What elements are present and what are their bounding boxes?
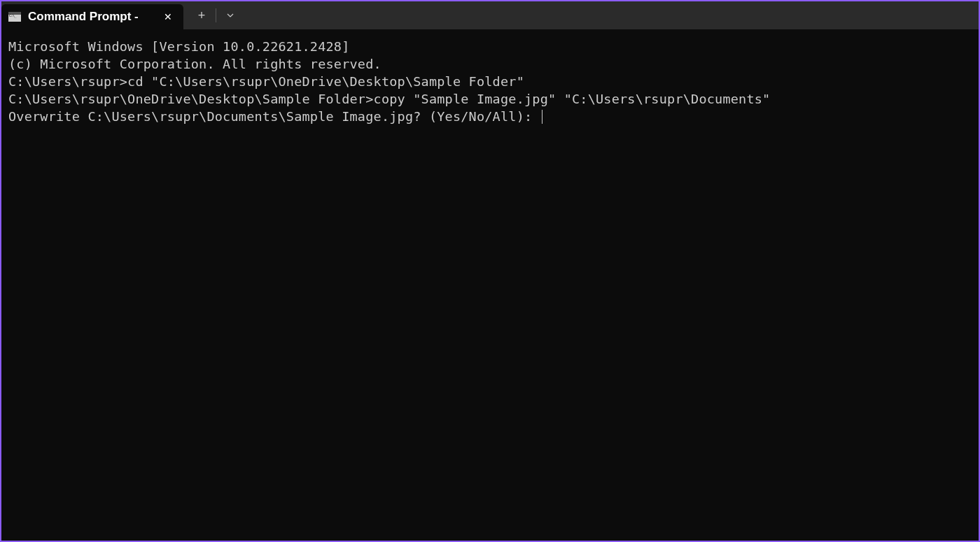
command-prompt-icon: C:\_ xyxy=(8,12,21,22)
close-tab-button[interactable]: ✕ xyxy=(161,10,175,24)
terminal-prompt-text: Overwrite C:\Users\rsupr\Documents\Sampl… xyxy=(8,109,540,124)
tab-command-prompt[interactable]: C:\_ Command Prompt - ✕ xyxy=(1,4,183,29)
terminal-line: C:\Users\rsupr>cd "C:\Users\rsupr\OneDri… xyxy=(8,73,972,90)
titlebar-actions: + xyxy=(183,1,243,29)
terminal-output[interactable]: Microsoft Windows [Version 10.0.22621.24… xyxy=(1,29,979,541)
plus-icon: + xyxy=(198,8,206,23)
tab-dropdown-button[interactable] xyxy=(218,3,243,28)
terminal-window: C:\_ Command Prompt - ✕ + Microsoft Wind… xyxy=(1,1,979,541)
tab-title: Command Prompt - xyxy=(28,10,154,24)
chevron-down-icon xyxy=(226,11,234,20)
new-tab-button[interactable]: + xyxy=(189,3,214,28)
terminal-line: C:\Users\rsupr\OneDrive\Desktop\Sample F… xyxy=(8,90,972,108)
cursor xyxy=(542,110,542,124)
terminal-line: Microsoft Windows [Version 10.0.22621.24… xyxy=(8,38,972,55)
terminal-line: (c) Microsoft Corporation. All rights re… xyxy=(8,55,972,73)
titlebar: C:\_ Command Prompt - ✕ + xyxy=(1,1,979,29)
divider xyxy=(216,8,216,22)
terminal-prompt-line: Overwrite C:\Users\rsupr\Documents\Sampl… xyxy=(8,108,972,125)
